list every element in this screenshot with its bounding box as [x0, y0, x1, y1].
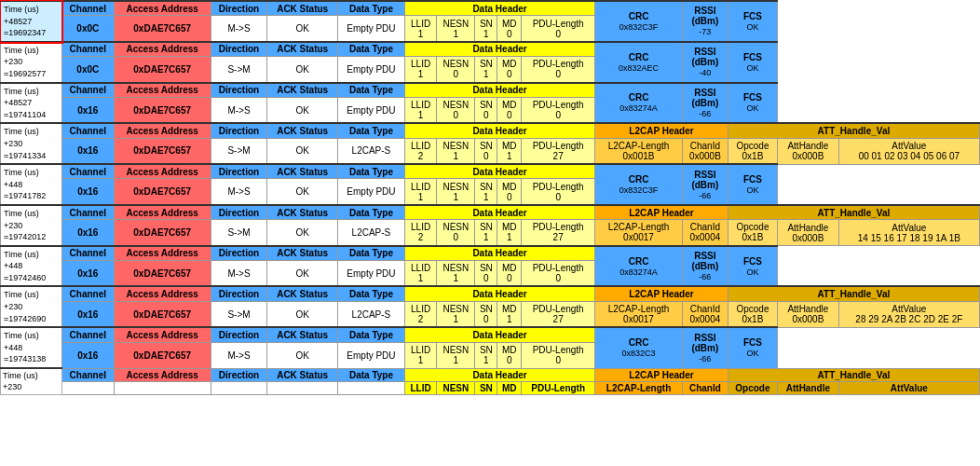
aa-val: 0xDAE7C657 [114, 16, 211, 42]
dh-field: SN1 [475, 220, 497, 246]
channel-val: 0x16 [61, 179, 114, 205]
ack-header: ACK Status [267, 164, 338, 179]
dh-field: PDU-Length0 [522, 179, 595, 205]
ack-header: ACK Status [267, 123, 338, 138]
aa-header: Access Address [114, 42, 211, 57]
dt-header: Data Type [337, 42, 404, 57]
l2cap-field: ChanId0x0004 [682, 220, 728, 246]
channel-header: Channel [61, 42, 114, 57]
dh-field: LLID1 [404, 57, 436, 83]
ack-header: ACK Status [267, 246, 338, 261]
time-cell: Time (us)+230=19692577 [1, 42, 62, 83]
att-field: AttValue14 15 16 17 18 19 1A 1B [838, 220, 979, 246]
att-field: Opcode0x1B [728, 138, 777, 164]
data-header-group: Data Header [404, 286, 594, 301]
crc-header: CRC0x83274A [595, 246, 683, 287]
dir-val: S->M [211, 220, 267, 246]
att-sub: Opcode [728, 381, 777, 394]
att-field: Opcode0x1B [728, 301, 777, 327]
dh-field: MD0 [497, 342, 522, 368]
dh-subheader: LLID [404, 381, 436, 394]
dh-field: SN0 [475, 261, 497, 287]
fcs-header: FCSOK [728, 42, 777, 83]
ack-val: OK [267, 16, 338, 42]
dh-field: MD0 [497, 97, 522, 123]
ack-header: ACK Status [267, 1, 338, 16]
dh-field: MD0 [497, 261, 522, 287]
dh-field: PDU-Length0 [522, 261, 595, 287]
time-cell: Time (us)+448=19742460 [1, 246, 62, 287]
data-header-group: Data Header [404, 42, 594, 57]
data-header-group: Data Header [404, 1, 594, 16]
att-header: ATT_Handle_Val [728, 205, 979, 220]
data-header-group: Data Header [404, 205, 594, 220]
ack-header: ACK Status [267, 83, 338, 98]
data-header-group: Data Header [404, 123, 594, 138]
col-header: Direction [211, 368, 267, 381]
ack-val: OK [267, 97, 338, 123]
dh-field: NESN1 [437, 301, 475, 327]
l2cap-header: L2CAP Header [595, 368, 728, 381]
data-header-group: Data Header [404, 368, 594, 381]
dh-field: NESN1 [437, 138, 475, 164]
crc-header: CRC0x832C3F [595, 1, 683, 42]
dh-field: LLID1 [404, 261, 436, 287]
aa-header: Access Address [114, 83, 211, 98]
dh-field: NESN1 [437, 16, 475, 42]
dt-val: Empty PDU [337, 16, 404, 42]
time-cell: Time (us)+230=19741334 [1, 123, 62, 164]
channel-val: 0x16 [61, 301, 114, 327]
dir-header: Direction [211, 123, 267, 138]
dt-val: Empty PDU [337, 179, 404, 205]
dir-val: M->S [211, 16, 267, 42]
channel-header: Channel [61, 327, 114, 342]
dh-field: NESN1 [437, 179, 475, 205]
channel-header: Channel [61, 164, 114, 179]
aa-val: 0xDAE7C657 [114, 301, 211, 327]
l2cap-field: L2CAP-Length0x0017 [595, 220, 683, 246]
data-header-group: Data Header [404, 164, 594, 179]
data-header-group: Data Header [404, 327, 594, 342]
ack-val: OK [267, 179, 338, 205]
aa-val: 0xDAE7C657 [114, 97, 211, 123]
att-sub: AttValue [838, 381, 979, 394]
dt-val: Empty PDU [337, 261, 404, 287]
dh-field: NESN0 [437, 97, 475, 123]
dh-field: PDU-Length0 [522, 342, 595, 368]
channel-val: 0x0C [61, 57, 114, 83]
aa-val: 0xDAE7C657 [114, 261, 211, 287]
rssi-header: RSSI(dBm)-73 [682, 1, 728, 42]
dt-header: Data Type [337, 164, 404, 179]
dh-field: LLID1 [404, 97, 436, 123]
dt-val: Empty PDU [337, 57, 404, 83]
col-header: Access Address [114, 368, 211, 381]
ack-header: ACK Status [267, 205, 338, 220]
dh-field: SN0 [475, 138, 497, 164]
data-header-group: Data Header [404, 246, 594, 261]
channel-header: Channel [61, 123, 114, 138]
dh-field: MD0 [497, 57, 522, 83]
l2cap-field: ChanId0x000B [682, 138, 728, 164]
dh-field: PDU-Length0 [522, 16, 595, 42]
dt-header: Data Type [337, 246, 404, 261]
dir-header: Direction [211, 205, 267, 220]
l2cap-header: L2CAP Header [595, 286, 728, 301]
fcs-header: FCSOK [728, 246, 777, 287]
dh-field: LLID2 [404, 138, 436, 164]
dt-header: Data Type [337, 123, 404, 138]
dh-subheader: SN [475, 381, 497, 394]
aa-header: Access Address [114, 123, 211, 138]
dh-field: SN1 [475, 342, 497, 368]
aa-val: 0xDAE7C657 [114, 342, 211, 368]
dir-val: M->S [211, 179, 267, 205]
dir-header: Direction [211, 286, 267, 301]
att-sub: AttHandle [778, 381, 839, 394]
packet-table: Time (us)+48527=19692347ChannelAccess Ad… [0, 0, 980, 395]
time-cell: Time (us)+230=19742690 [1, 286, 62, 327]
dir-val: S->M [211, 138, 267, 164]
ack-val: OK [267, 57, 338, 83]
ack-header: ACK Status [267, 327, 338, 342]
dir-header: Direction [211, 246, 267, 261]
empty-val [267, 381, 338, 394]
ack-header: ACK Status [267, 286, 338, 301]
